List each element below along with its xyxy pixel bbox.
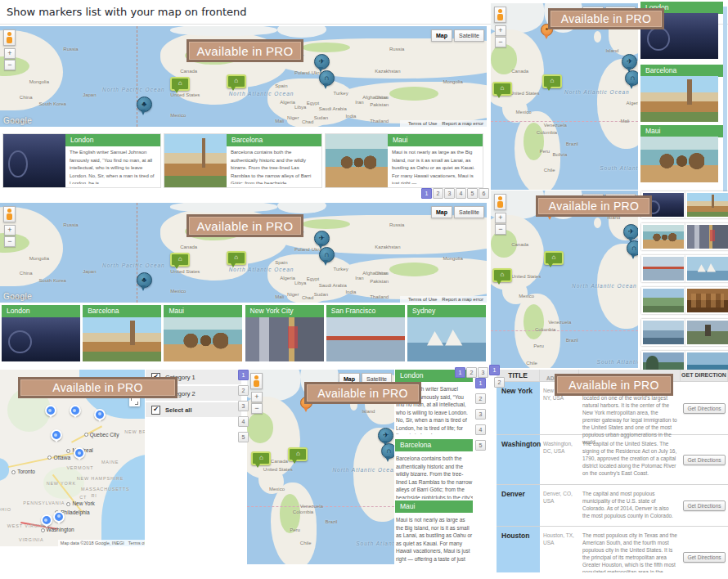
poi-bubble-icon[interactable]: ⌂ <box>227 251 246 265</box>
checkbox-icon[interactable]: ✔ <box>151 406 160 415</box>
terms-of-use-link[interactable]: Terms of Use <box>408 121 437 126</box>
airplane-marker-icon[interactable]: ✈ <box>623 224 638 240</box>
terms-of-use-link[interactable]: Terms of Use <box>128 541 145 545</box>
page-button-5[interactable]: 5 <box>475 440 486 451</box>
monument-photo[interactable] <box>685 319 728 346</box>
page-button-1[interactable]: 1 <box>238 370 249 380</box>
zoom-out-button[interactable]: − <box>4 60 16 70</box>
thumbnail-london[interactable]: London <box>2 305 80 362</box>
bridge-marker-icon[interactable]: ∩ <box>625 70 638 86</box>
satellite-type-button[interactable]: Satellite <box>454 206 484 218</box>
bridge-marker-icon[interactable]: ∩ <box>319 70 335 86</box>
page-button-1[interactable]: 1 <box>421 188 432 199</box>
zoom-out-button[interactable]: − <box>495 37 506 47</box>
palm-marker-icon[interactable]: ♣ <box>137 272 152 288</box>
zoom-in-button[interactable]: + <box>251 392 263 402</box>
pegman-control[interactable] <box>494 194 506 210</box>
sidebar-card-title[interactable]: Barcelona <box>640 65 723 77</box>
page-button-2[interactable]: 2 <box>466 367 477 378</box>
poi-bubble-icon[interactable]: ⌂ <box>544 251 564 265</box>
zoom-out-button[interactable]: − <box>495 224 506 235</box>
pegman-control[interactable] <box>250 373 263 389</box>
thumbnail-barcelona[interactable]: Barcelona <box>83 305 161 362</box>
page-button-3[interactable]: 3 <box>238 401 249 411</box>
zoom-in-button[interactable]: + <box>495 25 506 36</box>
zoom-in-button[interactable]: + <box>495 213 506 223</box>
get-directions-button[interactable]: Get Directions <box>683 403 725 414</box>
page-button-4[interactable]: 4 <box>456 188 466 199</box>
map-type-button[interactable]: Map <box>431 29 452 42</box>
market-photo[interactable] <box>685 287 728 314</box>
thumbnail-maui[interactable]: Maui <box>164 305 242 362</box>
poi-bubble-icon[interactable]: ⌂ <box>288 447 308 461</box>
bridge-marker-icon[interactable]: ∩ <box>319 247 335 263</box>
zoom-out-button[interactable]: − <box>251 403 263 414</box>
zoom-in-button[interactable]: + <box>4 48 16 59</box>
sydney-photo[interactable] <box>685 255 728 282</box>
page-button-2[interactable]: 2 <box>475 393 486 404</box>
place-dot-icon[interactable] <box>53 511 65 523</box>
place-dot-icon[interactable] <box>51 429 62 441</box>
poi-bubble-icon[interactable]: ⌂ <box>492 268 512 282</box>
pegman-control[interactable] <box>3 29 16 46</box>
map-widget-photo-grid[interactable]: CanadaUnited StatesMexicoNorth Atlantic … <box>491 191 638 368</box>
poi-bubble-icon[interactable]: ⌂ <box>251 451 271 465</box>
page-button-3[interactable]: 3 <box>478 367 488 378</box>
poi-bubble-icon[interactable]: ⌂ <box>170 77 190 91</box>
sidebar-card-title[interactable]: Maui <box>640 125 723 137</box>
barcelona-photo[interactable] <box>640 76 718 122</box>
zoom-out-button[interactable]: − <box>4 236 16 247</box>
airplane-marker-icon[interactable]: ✈ <box>622 54 637 70</box>
marker-card-barcelona[interactable]: BarcelonaBarcelona contains both the aut… <box>164 133 322 188</box>
page-button-4[interactable]: 4 <box>475 424 486 435</box>
page-button-2[interactable]: 2 <box>433 188 443 199</box>
page-button-1[interactable]: 1 <box>489 365 500 375</box>
palm-marker-icon[interactable]: ♣ <box>137 96 152 112</box>
page-button-3[interactable]: 3 <box>444 188 455 199</box>
poi-bubble-icon[interactable]: ⌂ <box>227 74 246 88</box>
sf-photo[interactable] <box>641 255 685 282</box>
satellite-type-button[interactable]: Satellite <box>454 29 484 42</box>
report-map-error-link[interactable]: Report a map error <box>442 121 483 126</box>
page-button-5[interactable]: 5 <box>238 432 249 442</box>
maui-photo[interactable] <box>641 223 685 250</box>
place-dot-icon[interactable] <box>41 514 52 526</box>
place-dot-icon[interactable] <box>45 405 56 416</box>
scrollbar-strip[interactable] <box>723 7 727 191</box>
page-button-1[interactable]: 1 <box>455 367 465 378</box>
get-directions-button[interactable]: Get Directions <box>683 500 725 511</box>
thumbnail-nyc[interactable]: New York City <box>245 305 324 362</box>
barcelona-photo[interactable] <box>685 191 728 218</box>
terms-of-use-link[interactable]: Terms of Use <box>408 297 437 302</box>
thumbnail-sf[interactable]: San Francisco <box>326 305 405 362</box>
bridge-marker-icon[interactable]: ∩ <box>627 240 638 256</box>
get-directions-button[interactable]: Get Directions <box>683 455 725 465</box>
category-filter-row[interactable]: ✔Select all <box>146 402 241 417</box>
pegman-control[interactable] <box>494 7 506 23</box>
page-button-5[interactable]: 5 <box>467 188 478 199</box>
marker-card-maui[interactable]: MauiMaui is not nearly as large as the B… <box>325 133 483 188</box>
poi-bubble-icon[interactable]: ⌂ <box>542 74 562 88</box>
page-button-2[interactable]: 2 <box>238 385 249 396</box>
maui-photo[interactable] <box>640 137 718 182</box>
pegman-control[interactable] <box>3 206 16 222</box>
airplane-marker-icon[interactable]: ✈ <box>314 231 330 246</box>
page-button-6[interactable]: 6 <box>479 188 489 199</box>
harbor-photo[interactable] <box>641 319 685 346</box>
marker-card-london[interactable]: LondonThe English writer Samuel Johnson … <box>2 133 161 188</box>
thumbnail-sydney[interactable]: Sydney <box>407 305 486 362</box>
get-directions-button[interactable]: Get Directions <box>683 552 725 563</box>
place-dot-icon[interactable] <box>94 409 106 420</box>
bridge-marker-icon[interactable]: ∩ <box>381 443 394 459</box>
page-button-2[interactable]: 2 <box>494 377 505 388</box>
poi-bubble-icon[interactable]: ⌂ <box>170 253 190 267</box>
page-button-1[interactable]: 1 <box>475 378 486 388</box>
place-dot-icon[interactable] <box>74 447 85 459</box>
nyc-photo[interactable] <box>685 223 728 250</box>
page-button-4[interactable]: 4 <box>238 416 249 427</box>
coast-photo[interactable] <box>641 287 685 314</box>
airplane-marker-icon[interactable]: ✈ <box>314 54 330 70</box>
map-widget-image-sidebar[interactable]: CanadaUnited StatesMexicoNorth Atlantic … <box>491 3 638 190</box>
page-button-3[interactable]: 3 <box>475 409 486 420</box>
poi-bubble-icon[interactable]: ⌂ <box>492 82 512 96</box>
